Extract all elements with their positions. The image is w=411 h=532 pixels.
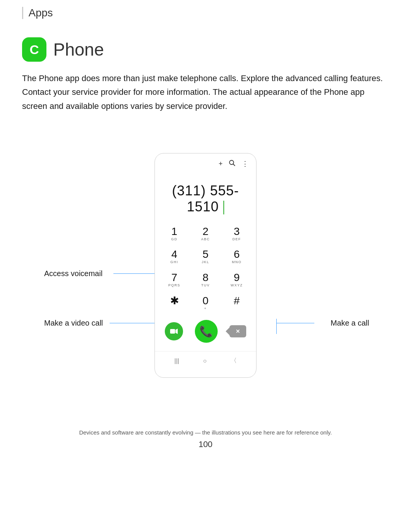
- nav-home-icon[interactable]: ○: [203, 358, 207, 364]
- diagram-area: Access voicemail Make a video call Make …: [22, 132, 389, 399]
- dial-key-6[interactable]: 6 MNO: [221, 245, 252, 268]
- call-line-h: [276, 323, 314, 324]
- nav-bar: ||| ○ 〈: [155, 351, 256, 370]
- delete-button[interactable]: ✕: [229, 325, 246, 337]
- dial-key-4[interactable]: 4 GHI: [159, 245, 190, 268]
- phone-top-bar: + ⋮: [155, 153, 256, 171]
- dial-key-0[interactable]: 0 +: [190, 292, 221, 315]
- phone-mockup: + ⋮ (311) 555-1510 1 GD: [155, 153, 256, 378]
- voicemail-annotation-label: Access voicemail: [44, 269, 102, 278]
- dial-key-1[interactable]: 1 GD: [159, 222, 190, 246]
- app-icon-letter: C: [30, 42, 39, 57]
- action-row: 📞 ✕: [155, 315, 256, 348]
- dial-key-5[interactable]: 5 JKL: [190, 245, 221, 268]
- svg-line-1: [233, 164, 235, 166]
- video-call-annotation-label: Make a video call: [44, 319, 103, 328]
- make-call-button[interactable]: 📞: [195, 320, 218, 343]
- call-line-v: [276, 319, 277, 334]
- dialpad: 1 GD 2 ABC 3 DEF 4 GHI 5 JKL: [155, 222, 256, 315]
- app-icon: C: [22, 37, 46, 62]
- search-icon[interactable]: [229, 160, 236, 168]
- breadcrumb: Apps: [22, 7, 389, 19]
- dial-key-9[interactable]: 9 WXYZ: [221, 268, 252, 292]
- backspace-icon: ✕: [236, 328, 240, 334]
- page-number: 100: [22, 439, 389, 461]
- footer-note: Devices and software are constantly evol…: [22, 422, 389, 436]
- dial-key-star[interactable]: ✱: [159, 292, 190, 315]
- breadcrumb-text: Apps: [29, 7, 53, 19]
- svg-marker-3: [175, 329, 178, 334]
- phone-number-display: (311) 555-1510: [155, 171, 256, 222]
- page-title: Phone: [53, 39, 104, 60]
- dial-key-hash[interactable]: #: [221, 292, 252, 315]
- more-options-icon[interactable]: ⋮: [242, 160, 249, 168]
- dial-key-8[interactable]: 8 TUV: [190, 268, 221, 292]
- app-description: The Phone app does more than just make t…: [22, 72, 387, 113]
- app-header: C Phone: [22, 37, 389, 62]
- nav-back-icon[interactable]: 〈: [231, 357, 237, 365]
- dial-key-2[interactable]: 2 ABC: [190, 222, 221, 246]
- svg-rect-2: [170, 329, 175, 334]
- dial-key-3[interactable]: 3 DEF: [221, 222, 252, 246]
- add-contact-icon[interactable]: +: [218, 160, 223, 168]
- call-phone-icon: 📞: [199, 325, 213, 338]
- nav-menu-icon[interactable]: |||: [174, 358, 179, 364]
- make-call-annotation-label: Make a call: [331, 319, 369, 328]
- voicemail-line-h: [113, 273, 161, 274]
- dial-key-7[interactable]: 7 PQRS: [159, 268, 190, 292]
- video-call-button[interactable]: [165, 322, 183, 340]
